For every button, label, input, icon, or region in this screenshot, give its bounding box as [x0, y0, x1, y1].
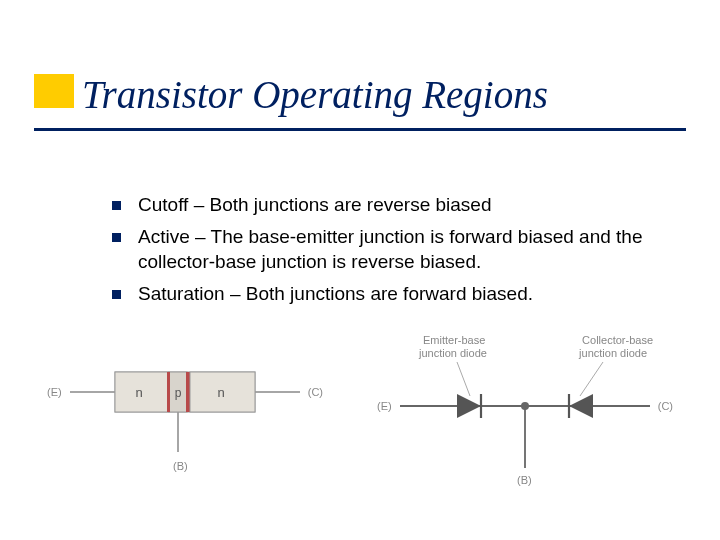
- slide-title: Transistor Operating Regions: [82, 72, 548, 117]
- fig1-n1: n: [135, 385, 142, 400]
- svg-marker-14: [457, 394, 481, 418]
- figures-row: (E) (C) (B) n p n Emitter-base junction …: [0, 340, 720, 500]
- svg-line-9: [457, 362, 470, 396]
- fig2-label-cb2: junction diode: [579, 347, 647, 359]
- fig2-label-c: (C): [658, 400, 673, 412]
- fig2-label-eb2: junction diode: [419, 347, 487, 359]
- fig2-label-b: (B): [517, 474, 532, 486]
- svg-rect-6: [167, 372, 170, 412]
- svg-marker-16: [569, 394, 593, 418]
- fig2-label-e: (E): [377, 400, 392, 412]
- term-saturation: Saturation: [138, 283, 225, 304]
- bullet-cutoff: Cutoff – Both junctions are reverse bias…: [112, 192, 712, 218]
- fig-diode-model: Emitter-base junction diode Collector-ba…: [375, 340, 675, 500]
- fig1-label-e: (E): [47, 386, 62, 398]
- fig2-label-eb1: Emitter-base: [423, 334, 485, 346]
- bullet-list: Cutoff – Both junctions are reverse bias…: [72, 192, 712, 313]
- fig1-p: p: [175, 386, 182, 400]
- fig1-svg: n p n: [45, 340, 325, 480]
- svg-rect-7: [186, 372, 190, 412]
- fig-npn-block: (E) (C) (B) n p n: [45, 340, 325, 480]
- fig2-label-cb1: Collector-base: [582, 334, 653, 346]
- accent-square: [34, 74, 74, 108]
- fig1-label-b: (B): [173, 460, 188, 472]
- term-cutoff: Cutoff: [138, 194, 188, 215]
- fig1-label-c: (C): [308, 386, 323, 398]
- svg-line-10: [580, 362, 603, 396]
- bullet-saturation: Saturation – Both junctions are forward …: [112, 281, 712, 307]
- bullet-active: Active – The base-emitter junction is fo…: [112, 224, 712, 275]
- title-underline: [34, 128, 686, 131]
- term-active: Active: [138, 226, 190, 247]
- fig1-n2: n: [217, 385, 224, 400]
